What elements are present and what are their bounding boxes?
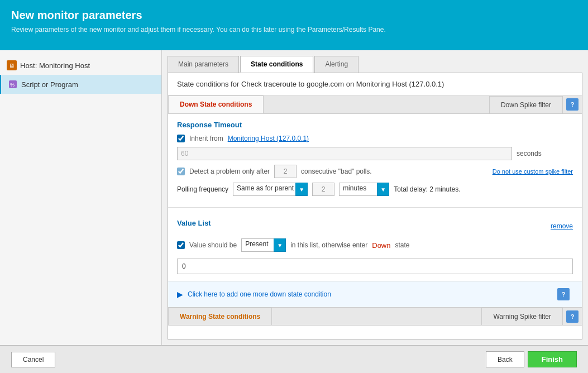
add-condition-link[interactable]: Click here to add one more down state co… xyxy=(188,290,331,298)
warning-sub-tabs: Warning State conditions Warning Spike f… xyxy=(168,307,582,326)
unit-arrow-icon: ▼ xyxy=(380,187,386,193)
tab-state-conditions[interactable]: State conditions xyxy=(240,56,313,73)
tab-bar: Main parameters State conditions Alertin… xyxy=(168,56,582,73)
inherit-link[interactable]: Monitoring Host (127.0.0.1) xyxy=(228,135,309,142)
inherit-checkbox[interactable] xyxy=(177,135,185,142)
value-list-title: Value List xyxy=(177,219,211,227)
response-timeout-section: Response Timeout Inherit from Monitoring… xyxy=(168,114,582,207)
header-section: New monitor parameters Review parameters… xyxy=(0,0,588,50)
sidebar-host-label: Host: Monitoring Host xyxy=(20,61,90,70)
sidebar-item-label: Script or Program xyxy=(21,80,78,89)
warning-text: Warning xyxy=(180,313,208,321)
tab-down-state[interactable]: Down State conditions xyxy=(168,95,264,113)
in-list-text: in this list, otherwise enter xyxy=(290,241,367,249)
divider1 xyxy=(168,207,582,208)
polling-label: Polling frequency xyxy=(177,185,228,193)
response-timeout-title: Response Timeout xyxy=(177,121,573,129)
page-description: Review parameters of the new monitor and… xyxy=(11,25,577,35)
inherit-row: Inherit from Monitoring Host (127.0.0.1) xyxy=(177,135,573,142)
unit-dropdown-arrow[interactable]: ▼ xyxy=(377,183,389,196)
down-sub-tabs: Down State conditions Down Spike filter … xyxy=(168,95,582,114)
present-dropdown-container: Present ▼ xyxy=(241,238,286,252)
value-list-section: Value List remove Value should be Presen… xyxy=(168,212,582,281)
bottom-bar: Cancel Back Finish xyxy=(0,345,588,373)
spike-filter-link[interactable]: Do not use custom spike filter xyxy=(493,168,573,175)
state-conditions-title: State conditions for Check traceroute to… xyxy=(168,73,582,95)
add-condition-help-button[interactable]: ? xyxy=(557,288,570,300)
polling-dropdown-arrow[interactable]: ▼ xyxy=(295,183,308,196)
value-checkbox[interactable] xyxy=(177,241,185,249)
seconds-row: seconds xyxy=(177,147,573,160)
right-buttons: Back Finish xyxy=(486,351,577,367)
polling-dropdown-container: Same as for parent ▼ xyxy=(233,183,308,196)
down-state-label: Down xyxy=(372,241,390,250)
value-should-row: Value should be Present ▼ in this list, … xyxy=(177,238,573,252)
detect-checkbox[interactable] xyxy=(177,168,185,175)
back-button[interactable]: Back xyxy=(486,351,524,367)
down-help-button[interactable]: ? xyxy=(566,98,579,111)
present-arrow-icon: ▼ xyxy=(277,242,283,248)
tab-main-parameters[interactable]: Main parameters xyxy=(168,56,239,73)
svg-text:%: % xyxy=(10,82,15,88)
warning-help-button[interactable]: ? xyxy=(566,310,579,323)
content-panel: Main parameters State conditions Alertin… xyxy=(162,50,588,345)
state-suffix: state xyxy=(395,241,410,249)
polling-value-input[interactable] xyxy=(312,183,334,196)
finish-button[interactable]: Finish xyxy=(528,351,577,367)
cancel-button[interactable]: Cancel xyxy=(11,352,55,367)
value-list-input[interactable] xyxy=(177,259,573,274)
inherit-label: Inherit from xyxy=(189,135,223,142)
value-should-label: Value should be xyxy=(189,241,237,249)
script-icon: % xyxy=(8,79,18,89)
tab-down-spike[interactable]: Down Spike filter xyxy=(489,96,563,113)
add-condition-row: ▶ Click here to add one more down state … xyxy=(168,281,582,307)
detect-row: Detect a problem only after consecutive … xyxy=(177,165,573,178)
tab-alerting[interactable]: Alerting xyxy=(314,56,358,73)
consecutive-input[interactable] xyxy=(274,165,297,178)
consecutive-label: consecutive "bad" polls. xyxy=(301,168,372,175)
unit-dropdown-container: minutes ▼ xyxy=(339,183,389,196)
value-list-header: Value List remove xyxy=(177,219,573,233)
host-icon: 🖥 xyxy=(7,60,17,70)
down-tab-down-text: Down xyxy=(180,101,200,108)
page-title: New monitor parameters xyxy=(11,9,577,22)
total-delay-text: Total delay: 2 minutes. xyxy=(394,185,460,193)
inner-content: State conditions for Check traceroute to… xyxy=(168,73,582,339)
scroll-area[interactable]: Response Timeout Inherit from Monitoring… xyxy=(168,114,582,326)
tab-warning-spike[interactable]: Warning Spike filter xyxy=(481,308,563,325)
tab-warning-state[interactable]: Warning State conditions xyxy=(168,308,272,325)
polling-row: Polling frequency Same as for parent ▼ xyxy=(177,183,573,196)
sidebar: 🖥 Host: Monitoring Host % Script or Prog… xyxy=(0,50,162,345)
remove-link[interactable]: remove xyxy=(551,222,573,230)
sidebar-host: 🖥 Host: Monitoring Host xyxy=(0,56,161,75)
sidebar-item-script[interactable]: % Script or Program xyxy=(0,75,161,94)
seconds-input[interactable] xyxy=(177,147,512,160)
seconds-label: seconds xyxy=(517,150,542,157)
present-dropdown-arrow[interactable]: ▼ xyxy=(274,238,286,252)
polling-arrow-icon: ▼ xyxy=(299,187,304,193)
scroll-spacer xyxy=(168,326,582,326)
detect-label: Detect a problem only after xyxy=(189,168,270,175)
main-layout: 🖥 Host: Monitoring Host % Script or Prog… xyxy=(0,50,588,345)
add-condition-arrow-icon: ▶ xyxy=(177,290,183,299)
